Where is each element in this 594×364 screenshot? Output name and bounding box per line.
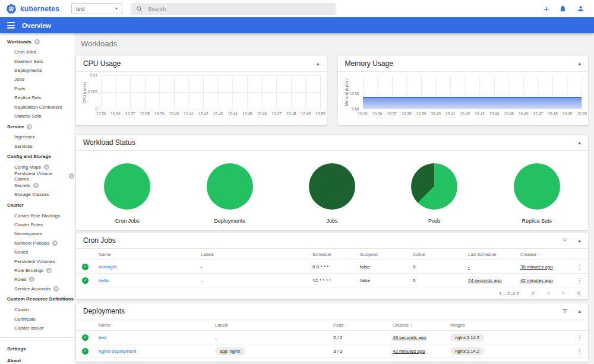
sidebar-item[interactable]: Daemon Sets: [0, 56, 74, 65]
sidebar-item[interactable]: Ingresses: [0, 132, 74, 141]
sidebar-item[interactable]: Cluster: [0, 305, 74, 314]
sidebar-item[interactable]: Cluster: [0, 199, 74, 211]
sidebar-item[interactable]: Stateful Sets: [0, 112, 74, 121]
next-page-icon[interactable]: >: [562, 290, 564, 296]
cron-job-row[interactable]: ✓ midnight - 0 0 * * * false 0 - 36 minu…: [76, 260, 588, 274]
workload-status-pie[interactable]: Jobs: [309, 163, 355, 224]
deployment-name-link[interactable]: test: [99, 335, 215, 340]
cron-job-name-link[interactable]: midnight: [99, 264, 201, 270]
x-tick-label: 10:41: [182, 112, 196, 116]
kebab-menu-icon[interactable]: ⋮: [571, 277, 588, 284]
sidebar-item[interactable]: Workloads N: [0, 36, 74, 48]
col-images[interactable]: Images: [450, 322, 571, 328]
sidebar-item[interactable]: Certificate: [0, 314, 74, 323]
col-name[interactable]: Name: [99, 252, 201, 257]
sidebar-item[interactable]: Service Accounts N: [0, 284, 74, 293]
cell-pods: 2 / 2: [333, 335, 393, 340]
sidebar-item[interactable]: Deployments: [0, 66, 74, 75]
sidebar-item[interactable]: Settings: [0, 343, 74, 354]
deployment-row[interactable]: ✓ nginx-deployment app: nginx 3 / 3 42 m…: [76, 344, 588, 358]
col-labels[interactable]: Labels: [201, 252, 312, 257]
deployment-row[interactable]: ✓ test - 2 / 2 48 seconds ago nginx:1.14…: [76, 331, 588, 344]
search-bar[interactable]: [131, 3, 336, 15]
sidebar-item[interactable]: Cluster Role Bindings: [0, 211, 74, 220]
sidebar-item[interactable]: Cluster Issuer: [0, 324, 74, 333]
sidebar-item[interactable]: Roles N: [0, 275, 74, 284]
sidebar-item[interactable]: Services: [0, 142, 74, 151]
sidebar-item[interactable]: Config Maps N: [0, 163, 74, 172]
sidebar-item[interactable]: Service N: [0, 121, 74, 132]
sidebar-divider: [0, 337, 74, 338]
collapse-chevron-up-icon[interactable]: ▴: [578, 140, 581, 145]
col-created[interactable]: Created↑: [393, 322, 450, 328]
sidebar-item[interactable]: Pods: [0, 84, 74, 93]
namespaced-badge: N: [27, 124, 32, 129]
cell-suspend: false: [360, 278, 413, 283]
sidebar-item[interactable]: Persistent Volume Claims N: [0, 172, 74, 181]
sidebar-item[interactable]: Persistent Volumes: [0, 257, 74, 265]
sidebar-item[interactable]: Storage Classes: [0, 190, 74, 199]
x-tick-label: 10:41: [443, 112, 457, 116]
collapse-chevron-up-icon[interactable]: ▴: [317, 61, 320, 67]
kebab-menu-icon[interactable]: ⋮: [571, 348, 588, 354]
cron-jobs-title: Cron Jobs: [83, 236, 116, 245]
col-labels[interactable]: Labels: [215, 322, 333, 328]
create-resource-button[interactable]: +: [544, 4, 549, 13]
sidebar-item[interactable]: Replication Controllers: [0, 102, 74, 111]
kubernetes-logo[interactable]: kubernetes: [6, 4, 71, 14]
workload-status-pie[interactable]: Deployments: [207, 163, 253, 224]
cron-jobs-table-body: ✓ midnight - 0 0 * * * false 0 - 36 minu…: [76, 260, 588, 287]
cron-job-name-link[interactable]: hello: [99, 278, 201, 283]
workload-status-pie[interactable]: Pods: [411, 163, 457, 224]
col-schedule[interactable]: Schedule: [312, 252, 360, 257]
sidebar-item[interactable]: Jobs: [0, 75, 74, 84]
kebab-menu-icon[interactable]: ⋮: [571, 264, 588, 270]
workload-status-pie[interactable]: Cron Jobs: [104, 163, 150, 224]
prev-page-icon[interactable]: <: [547, 290, 549, 296]
collapse-chevron-up-icon[interactable]: ▴: [578, 61, 581, 67]
filter-icon[interactable]: [561, 308, 568, 315]
namespace-select[interactable]: test ▾: [71, 3, 122, 14]
col-suspend[interactable]: Suspend: [360, 252, 413, 257]
col-active[interactable]: Active: [413, 252, 468, 257]
cron-job-row[interactable]: ✓ hello - */1 * * * * false 0 24 seconds…: [76, 274, 588, 287]
workload-status-pie[interactable]: Replica Sets: [514, 163, 560, 224]
cell-labels: -: [215, 335, 333, 340]
sidebar-item[interactable]: Nodes: [0, 248, 74, 257]
collapse-chevron-up-icon[interactable]: ▴: [578, 238, 581, 243]
sidebar-item[interactable]: Cron Jobs: [0, 48, 74, 56]
sidebar-item[interactable]: Role Bindings N: [0, 266, 74, 275]
search-input[interactable]: [148, 5, 330, 12]
sidebar-item[interactable]: Secrets N: [0, 181, 74, 190]
sidebar-item[interactable]: Cluster Roles: [0, 220, 74, 229]
pie-label: Cron Jobs: [104, 218, 150, 224]
x-tick-label: 10:50: [313, 112, 327, 116]
cell-pods: 3 / 3: [333, 349, 393, 354]
sidebar-item[interactable]: Config and Storage: [0, 151, 74, 163]
deployment-name-link[interactable]: nginx-deployment: [99, 349, 215, 354]
app-bar: Overview: [0, 17, 594, 33]
sort-asc-icon: ↑: [538, 252, 541, 257]
cell-created: 42 minutes ago: [520, 278, 571, 283]
sidebar-item[interactable]: Namespaces: [0, 229, 74, 238]
col-last-schedule[interactable]: Last Schedule: [468, 252, 520, 257]
sidebar-item[interactable]: Replica Sets: [0, 93, 74, 102]
sidebar-item-label: Secrets: [14, 183, 30, 188]
menu-hamburger-icon[interactable]: [7, 22, 15, 29]
col-name[interactable]: Name: [99, 322, 215, 328]
user-menu-button[interactable]: [577, 5, 584, 12]
col-created[interactable]: Created↑: [520, 252, 571, 257]
col-pods[interactable]: Pods: [333, 322, 393, 328]
cron-jobs-table-header: Name Labels Schedule Suspend Active Last…: [76, 249, 588, 260]
kebab-menu-icon[interactable]: ⋮: [571, 334, 588, 341]
first-page-icon[interactable]: |<: [532, 290, 535, 296]
x-tick-label: 10:36: [109, 112, 123, 116]
sidebar-item[interactable]: Network Policies N: [0, 239, 74, 248]
page-section-title: Overview: [22, 22, 51, 29]
notifications-button[interactable]: [559, 5, 567, 12]
last-page-icon[interactable]: >|: [577, 290, 580, 296]
filter-icon[interactable]: [561, 237, 568, 244]
collapse-chevron-up-icon[interactable]: ▴: [578, 309, 581, 314]
sidebar-item[interactable]: Custom Resource Definitions: [0, 293, 74, 305]
sidebar-item[interactable]: About: [0, 354, 74, 364]
